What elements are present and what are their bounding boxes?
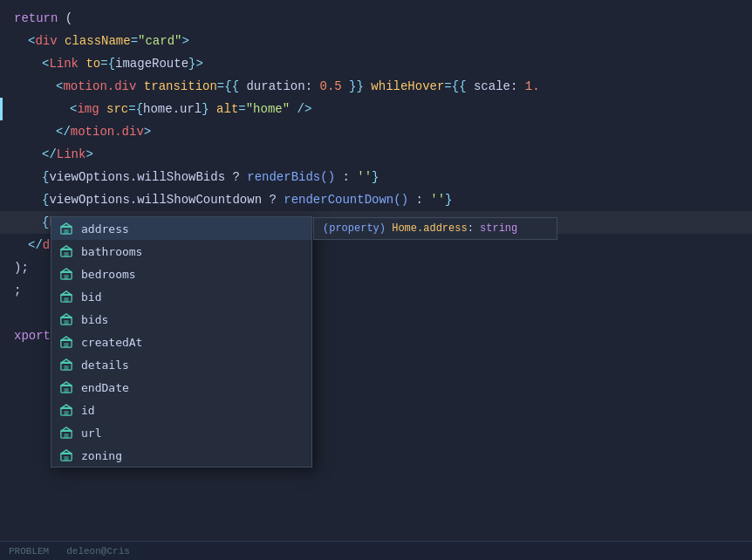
svg-marker-16 (61, 337, 72, 340)
property-icon-bedrooms (58, 266, 74, 282)
svg-rect-2 (64, 229, 68, 234)
keyword-return: return (14, 7, 58, 30)
svg-rect-32 (64, 456, 68, 461)
code-line-9: {viewOptions.willShowCountdown ? renderC… (0, 188, 752, 211)
status-problems: PROBLEM (9, 546, 49, 557)
property-icon-enddate (58, 379, 74, 395)
status-user: deleon@Cris (66, 546, 130, 557)
code-line-8: {viewOptions.willShowBids ? renderBids()… (0, 166, 752, 188)
autocomplete-label-bedrooms: bedrooms (81, 268, 136, 281)
svg-rect-23 (64, 388, 68, 393)
property-icon-id (58, 402, 74, 418)
autocomplete-label-enddate: endDate (81, 381, 129, 394)
svg-marker-4 (61, 246, 72, 249)
property-icon-details (58, 357, 74, 372)
autocomplete-item-createdat[interactable]: createdAt (51, 331, 311, 353)
svg-marker-10 (61, 291, 72, 295)
autocomplete-label-id: id (81, 404, 95, 417)
code-line-7: </Link> (0, 143, 752, 166)
autocomplete-item-details[interactable]: details (51, 353, 311, 376)
autocomplete-item-bathrooms[interactable]: bathrooms (51, 240, 311, 263)
property-icon-bids (58, 311, 74, 327)
autocomplete-label-address: address (81, 222, 129, 236)
code-line-5: <img src={home.url} alt="home" /> (0, 98, 752, 120)
autocomplete-item-zoning[interactable]: zoning (51, 444, 311, 467)
property-icon-zoning (58, 447, 74, 463)
svg-rect-20 (64, 365, 68, 370)
autocomplete-label-bathrooms: bathrooms (81, 245, 142, 258)
editor-container: return ( <div className="card"> <Link to… (0, 0, 752, 560)
autocomplete-first-row: address (property) Home.address : string (51, 217, 311, 240)
autocomplete-item-bids[interactable]: bids (51, 308, 311, 331)
autocomplete-item-enddate[interactable]: endDate (51, 376, 311, 399)
autocomplete-label-url: url (81, 427, 101, 440)
svg-marker-28 (61, 427, 72, 431)
svg-rect-17 (64, 343, 68, 347)
property-icon-address (58, 221, 74, 236)
autocomplete-label-bid: bid (81, 290, 101, 304)
code-line-4: <motion.div transition={{ duration: 0.5 … (0, 75, 752, 98)
svg-marker-1 (61, 223, 72, 227)
property-icon-createdat (58, 334, 74, 350)
autocomplete-item-bid[interactable]: bid (51, 285, 311, 308)
autocomplete-container: address (property) Home.address : string (51, 216, 312, 468)
svg-rect-8 (64, 275, 68, 279)
svg-rect-14 (64, 320, 68, 324)
code-line-6: </motion.div> (0, 120, 752, 143)
property-icon-url (58, 425, 74, 440)
autocomplete-item-url[interactable]: url (51, 421, 311, 444)
property-icon-bid (58, 289, 74, 304)
code-line-1: return ( (0, 7, 752, 30)
status-bar: PROBLEM deleon@Cris (0, 541, 752, 560)
svg-marker-31 (61, 450, 72, 454)
svg-marker-7 (61, 269, 72, 272)
svg-rect-26 (64, 411, 68, 415)
autocomplete-item-bedrooms[interactable]: bedrooms (51, 263, 311, 285)
svg-rect-5 (64, 252, 68, 256)
autocomplete-item-id[interactable]: id (51, 399, 311, 421)
autocomplete-label-zoning: zoning (81, 449, 122, 462)
code-line-3: <Link to={imageRoute}> (0, 52, 752, 75)
svg-rect-11 (64, 297, 68, 302)
svg-marker-19 (61, 359, 72, 363)
autocomplete-list: address (property) Home.address : string (51, 216, 312, 468)
info-panel: (property) Home.address : string (313, 217, 557, 240)
svg-marker-13 (61, 314, 72, 318)
svg-rect-29 (64, 434, 68, 438)
autocomplete-label-createdat: createdAt (81, 336, 142, 349)
autocomplete-item-address[interactable]: address (51, 217, 311, 240)
autocomplete-label-bids: bids (81, 313, 108, 326)
svg-marker-22 (61, 382, 72, 386)
property-icon-bathrooms (58, 243, 74, 259)
code-line-2: <div className="card"> (0, 30, 752, 52)
autocomplete-label-details: details (81, 359, 129, 372)
svg-marker-25 (61, 405, 72, 408)
